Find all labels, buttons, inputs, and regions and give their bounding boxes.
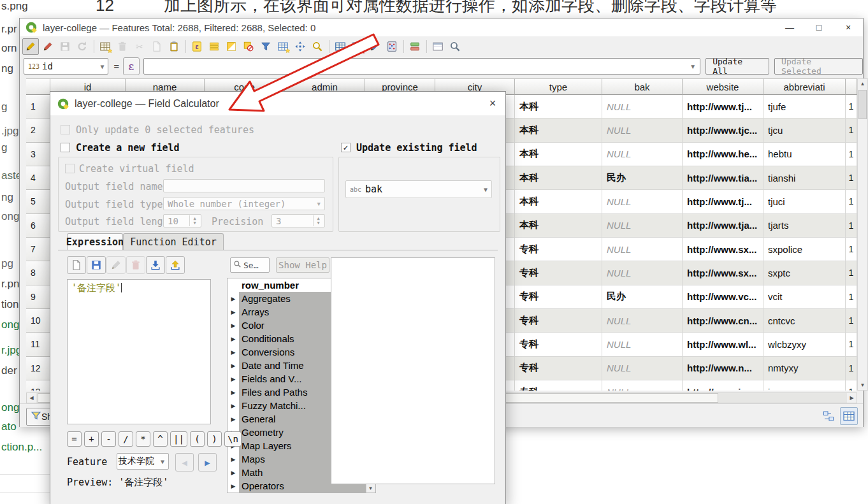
cell-bak[interactable]: NULL	[602, 357, 683, 380]
paste-features-icon[interactable]	[166, 38, 182, 55]
new-expression-icon[interactable]	[67, 256, 86, 274]
cell-extra[interactable]: 1	[846, 95, 857, 119]
vertical-scroll-thumb[interactable]	[858, 90, 867, 119]
cell-bak[interactable]: NULL	[602, 380, 683, 391]
cell-type[interactable]: 本科	[515, 214, 602, 238]
operator-button-/[interactable]: /	[119, 431, 133, 447]
operator-button-=[interactable]: =	[67, 431, 82, 447]
cell-extra[interactable]: 1	[846, 143, 857, 166]
cell-bak[interactable]: NULL	[602, 119, 683, 142]
scroll-up-icon[interactable]: ▲	[858, 79, 867, 89]
import-expressions-icon[interactable]	[146, 256, 165, 274]
feature-combo[interactable]: 技术学院 ▼	[117, 453, 169, 470]
cell-extra[interactable]: 1	[846, 380, 857, 391]
cell-bak[interactable]: NULL	[602, 261, 683, 285]
dialog-close-icon[interactable]: ×	[480, 92, 505, 115]
cell-bak[interactable]: NULL	[602, 309, 683, 333]
multi-edit-icon[interactable]	[40, 38, 56, 55]
cell-website[interactable]: http://www.tjc...	[683, 119, 763, 142]
cell-abbreviati[interactable]: tjarts	[763, 214, 846, 238]
cell-abbreviati[interactable]: tjcu	[763, 119, 846, 142]
cell-abbreviati[interactable]: sxptc	[763, 261, 846, 285]
cell-extra[interactable]: 1	[846, 261, 857, 285]
invert-selection-icon[interactable]	[223, 38, 240, 55]
cell-type[interactable]: 专科	[515, 238, 602, 261]
toggle-editing-icon[interactable]	[22, 38, 39, 55]
expression-editor[interactable]: '备注字段'	[67, 279, 211, 424]
conditional-formatting-icon[interactable]	[407, 38, 423, 55]
column-header-bak[interactable]: bak	[602, 78, 683, 95]
cell-type[interactable]: 本科	[515, 190, 602, 213]
operator-button-^[interactable]: ^	[153, 431, 168, 447]
cell-extra[interactable]: 1	[846, 333, 857, 356]
row-number[interactable]: 7	[26, 238, 50, 261]
cell-bak[interactable]: 民办	[602, 166, 683, 190]
row-number[interactable]: 4	[26, 166, 50, 190]
row-number[interactable]: 13	[26, 380, 50, 391]
row-number[interactable]: 6	[26, 214, 50, 238]
operator-button-)[interactable]: )	[207, 431, 222, 447]
vertical-scrollbar[interactable]: ▲ ▼	[857, 78, 868, 391]
cell-website[interactable]: http://www.n...	[683, 357, 763, 380]
next-feature-button[interactable]: ▶	[198, 453, 217, 472]
move-selection-top-icon[interactable]	[275, 38, 291, 55]
cell-abbreviati[interactable]: tjufe	[763, 95, 846, 119]
row-number[interactable]: 11	[26, 333, 50, 356]
cell-website[interactable]: http://www.sx...	[683, 261, 763, 285]
cell-abbreviati[interactable]: vcit	[763, 285, 846, 309]
delete-field-icon[interactable]	[349, 38, 366, 55]
table-corner-cell[interactable]	[26, 78, 50, 95]
table-view-icon[interactable]	[840, 407, 858, 425]
select-all-icon[interactable]	[206, 38, 222, 55]
update-existing-field-checkbox[interactable]: ✓	[341, 143, 351, 152]
row-number[interactable]: 2	[26, 119, 50, 142]
cell-type[interactable]: 本科	[515, 143, 602, 166]
edit-field-icon[interactable]	[366, 38, 383, 55]
cell-abbreviati[interactable]: hebtu	[763, 143, 846, 166]
pan-to-selection-icon[interactable]	[292, 38, 308, 55]
minimize-button[interactable]: —	[775, 18, 804, 36]
cell-abbreviati[interactable]: nmtyxy	[763, 357, 846, 380]
cell-website[interactable]: http://www.tj...	[683, 190, 763, 213]
cell-abbreviati[interactable]: cntcvc	[763, 309, 846, 333]
new-field-icon[interactable]	[332, 38, 349, 55]
column-header-abbreviati[interactable]: abbreviati	[763, 78, 846, 95]
cell-extra[interactable]: 1	[846, 309, 857, 333]
cell-type[interactable]: 专科	[515, 261, 602, 285]
cell-bak[interactable]: NULL	[602, 190, 683, 213]
cell-bak[interactable]: NULL	[602, 95, 683, 119]
update-all-button[interactable]: Update All	[705, 58, 769, 75]
operator-button-*[interactable]: *	[136, 431, 150, 447]
cell-abbreviati[interactable]: sxpolice	[763, 238, 846, 261]
row-number[interactable]: 10	[26, 309, 50, 333]
save-expression-icon[interactable]	[87, 256, 106, 274]
deselect-all-icon[interactable]	[240, 38, 257, 55]
operator-button-||[interactable]: ||	[170, 431, 187, 447]
row-number[interactable]: 12	[26, 357, 50, 380]
cell-type[interactable]: 专科	[515, 380, 602, 391]
cell-type[interactable]: 专科	[515, 333, 602, 356]
cell-type[interactable]: 专科	[515, 309, 602, 333]
tab-function-editor[interactable]: Function Editor	[123, 233, 224, 250]
field-select-combo[interactable]: 123 id ▼	[24, 58, 108, 75]
row-number[interactable]: 9	[26, 285, 50, 309]
existing-field-combo[interactable]: abc bak ▼	[345, 180, 492, 198]
tab-expression[interactable]: Expression	[67, 233, 123, 250]
field-calculator-icon[interactable]	[384, 38, 400, 55]
dock-table-icon[interactable]	[430, 38, 446, 55]
cell-extra[interactable]: 1	[846, 190, 857, 213]
operator-button--[interactable]: -	[101, 431, 116, 447]
cell-website[interactable]: http://www.tja...	[683, 214, 763, 238]
cell-abbreviati[interactable]: wlcbzyxy	[763, 333, 846, 356]
cell-website[interactable]: http://www.tia...	[683, 166, 763, 190]
operator-button-([interactable]: (	[190, 431, 205, 447]
row-number[interactable]: 1	[26, 95, 50, 119]
scroll-down-icon[interactable]: ▼	[858, 380, 867, 390]
operator-button-+[interactable]: +	[84, 431, 99, 447]
cell-website[interactable]: http://www.im...	[683, 380, 763, 391]
cell-bak[interactable]: 民办	[602, 285, 683, 309]
add-feature-icon[interactable]	[97, 38, 113, 55]
form-view-icon[interactable]	[820, 407, 837, 425]
column-header-website[interactable]: website	[683, 78, 763, 95]
cell-type[interactable]: 本科	[515, 95, 602, 119]
